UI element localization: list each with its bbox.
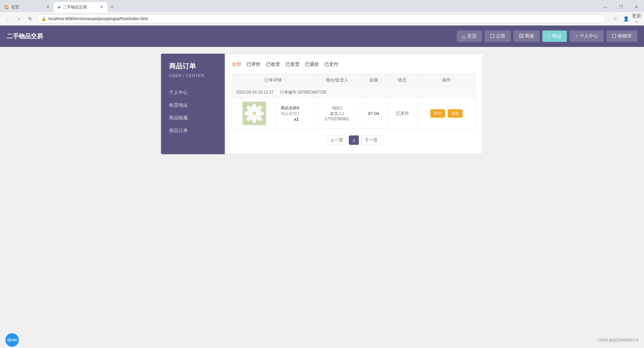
col-status: 状态 xyxy=(387,74,417,87)
filter-refunded[interactable]: 已退款 xyxy=(305,61,319,68)
sidebar-item-personal[interactable]: 个人中心 xyxy=(161,86,225,99)
page-1-button[interactable]: 1 xyxy=(349,135,359,145)
profile-icon: ♀ xyxy=(575,34,579,39)
clock-bubble: 02:04 xyxy=(5,333,19,347)
forward-button[interactable]: › xyxy=(14,14,23,23)
nav-buttons: △ 首页 囗 公告 囧 商家 ○ 商品 ♀ 个人中心 xyxy=(457,31,637,42)
tab-home[interactable]: 🏠 首页 ✕ xyxy=(0,2,54,12)
pagination: 上一页 1 下一页 xyxy=(232,135,476,145)
status-cell: 已支付 xyxy=(387,98,417,129)
order-table: 订单详情 地址/收货人 金额 状态 操作 2023-03-24 10:12:27 xyxy=(232,73,476,129)
tab-shop[interactable]: ◆ 二手物品交易 ✕ xyxy=(54,2,107,12)
product-info-cell: 商品名称9 商品类型3 x1 xyxy=(277,98,314,129)
nav-cart[interactable]: 囗 购物车 xyxy=(606,31,637,42)
home-icon: △ xyxy=(462,34,466,39)
filter-tabs: 全部 已评价 已收货 已发货 已退款 已支付 xyxy=(232,61,476,68)
tab-home-close[interactable]: ✕ xyxy=(46,5,50,9)
address-info: 地址1 xyxy=(318,105,356,111)
product-name: 商品名称9 xyxy=(281,105,310,111)
order-header-row: 2023-03-24 10:12:27 订单编号:1679623947195 xyxy=(232,87,476,98)
action-cell: 评论 退款 xyxy=(417,98,476,129)
order-price: 87.04 xyxy=(368,111,379,116)
tab-shop-label: 二手物品交易 xyxy=(63,4,87,10)
bottom-bar: 02:04 CSDN @QQ3359892174 xyxy=(0,332,644,347)
order-number: 订单编号:1679623947195 xyxy=(280,90,326,95)
order-status: 已支付 xyxy=(396,111,409,116)
content-area: 全部 已评价 已收货 已发货 已退款 已支付 订单详情 地址/收货人 金额 状态 xyxy=(225,54,483,154)
nav-merchant[interactable]: 囧 商家 xyxy=(514,31,540,42)
sidebar-menu: 个人中心 收货地址 商品收藏 商品订单 xyxy=(161,86,225,137)
tab-shop-icon: ◆ xyxy=(58,5,61,9)
product-info: 商品名称9 商品类型3 xyxy=(281,105,310,117)
product-type: 商品类型3 xyxy=(281,111,310,117)
product-image xyxy=(243,102,266,125)
receiver-name: 收货人1 xyxy=(318,111,356,117)
sidebar-item-favorites[interactable]: 商品收藏 xyxy=(161,112,225,124)
col-amount: 金额 xyxy=(360,74,387,87)
address-bar[interactable]: 🔒 localhost:8080/ershouwupinjiaoyipingta… xyxy=(37,14,606,23)
order-date: 2023-03-24 10:12:27 xyxy=(236,90,273,95)
refund-button[interactable]: 退款 xyxy=(448,109,463,118)
main-container: 商品订单 USER / CENTER 个人中心 收货地址 商品收藏 商品订单 xyxy=(161,54,483,154)
sidebar: 商品订单 USER / CENTER 个人中心 收货地址 商品收藏 商品订单 xyxy=(161,54,225,154)
minimize-button[interactable]: — xyxy=(598,2,613,12)
tab-shop-close[interactable]: ✕ xyxy=(100,5,103,9)
site-logo: 二手物品交易 xyxy=(7,32,457,40)
bookmark-button[interactable]: ☆ xyxy=(610,14,620,23)
receiver-info: 收货人1 17703786901 xyxy=(318,111,356,121)
product-image-cell xyxy=(232,98,277,129)
reload-button[interactable]: ↻ xyxy=(25,14,35,23)
lock-icon: 🔒 xyxy=(41,16,46,21)
watermark: CSDN @QQ3359892174 xyxy=(597,338,639,342)
address-cell: 地址1 收货人1 17703786901 xyxy=(314,98,360,129)
nav-profile[interactable]: ♀ 个人中心 xyxy=(570,31,604,42)
new-tab-button[interactable]: + xyxy=(107,2,117,12)
receiver-phone: 17703786901 xyxy=(318,117,356,121)
back-button[interactable]: ‹ xyxy=(3,14,12,23)
clock-time: 02:04 xyxy=(7,338,17,342)
col-order-detail: 订单详情 xyxy=(232,74,314,87)
sidebar-item-orders[interactable]: 商品订单 xyxy=(161,124,225,137)
filter-shipped[interactable]: 已发货 xyxy=(285,61,300,68)
restore-button[interactable]: ❐ xyxy=(613,2,629,12)
address-text: localhost:8080/ershouwupinjiaoyipingtai/… xyxy=(48,16,148,21)
site-header: 二手物品交易 △ 首页 囗 公告 囧 商家 ○ 商品 xyxy=(0,25,644,47)
product-quantity: x1 xyxy=(294,117,299,122)
col-action: 操作 xyxy=(417,74,476,87)
filter-received[interactable]: 已收货 xyxy=(266,61,280,68)
svg-point-10 xyxy=(252,111,256,115)
tab-home-icon: 🏠 xyxy=(4,5,9,9)
flower-icon xyxy=(243,102,266,125)
filter-all[interactable]: 全部 xyxy=(232,61,241,68)
more-button[interactable]: 更新 › xyxy=(632,14,641,23)
sidebar-subtitle: USER / CENTER xyxy=(161,73,225,86)
nav-home[interactable]: △ 首页 xyxy=(457,31,482,42)
address-text: 地址1 xyxy=(318,105,356,111)
merchant-icon: 囧 xyxy=(519,33,524,39)
filter-reviewed[interactable]: 已评价 xyxy=(247,61,261,68)
col-address: 地址/收货人 xyxy=(314,74,360,87)
profile-button[interactable]: 👤 xyxy=(621,14,631,23)
sidebar-item-address[interactable]: 收货地址 xyxy=(161,99,225,112)
goods-icon: ○ xyxy=(548,34,550,39)
price-cell: 87.04 xyxy=(360,98,387,129)
prev-page-button[interactable]: 上一页 xyxy=(326,135,347,145)
nav-goods[interactable]: ○ 商品 xyxy=(542,31,567,42)
filter-paid[interactable]: 已支付 xyxy=(324,61,338,68)
notice-icon: 囗 xyxy=(490,33,495,39)
table-row: 商品名称9 商品类型3 x1 地址1 xyxy=(232,98,476,129)
next-page-button[interactable]: 下一页 xyxy=(361,135,381,145)
sidebar-title: 商品订单 xyxy=(161,62,225,73)
comment-button[interactable]: 评论 xyxy=(430,109,445,118)
close-button[interactable]: ✕ xyxy=(629,2,644,12)
cart-icon: 囗 xyxy=(612,33,616,39)
nav-notice[interactable]: 囗 公告 xyxy=(485,31,511,42)
tab-home-label: 首页 xyxy=(11,4,19,10)
